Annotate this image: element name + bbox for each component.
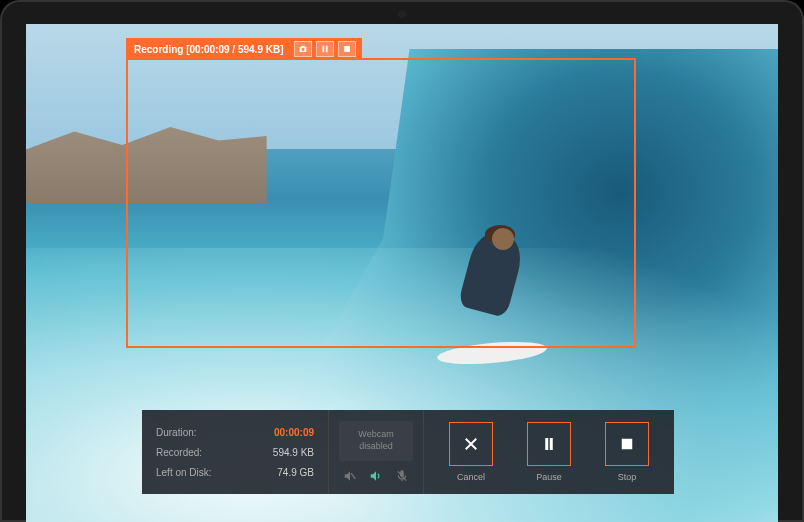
pause-label: Pause: [536, 472, 562, 482]
control-panel: Duration: 00:00:09 Recorded: 594.9 KB Le…: [142, 410, 674, 494]
svg-rect-0: [344, 46, 350, 52]
disk-value: 74.9 GB: [277, 467, 314, 478]
pause-icon: [320, 44, 330, 54]
svg-rect-3: [622, 439, 633, 450]
action-buttons: Cancel Pause Stop: [424, 410, 674, 494]
svg-line-1: [351, 473, 355, 479]
recorded-value: 594.9 KB: [273, 447, 314, 458]
cancel-button[interactable]: Cancel: [449, 422, 493, 482]
capture-region-frame[interactable]: Recording [00:00:09 / 594.9 KB]: [126, 58, 636, 348]
screen-content: Recording [00:00:09 / 594.9 KB] Duration…: [26, 24, 778, 522]
pause-button[interactable]: Pause: [527, 422, 571, 482]
screenshot-button[interactable]: [294, 41, 312, 57]
disk-label: Left on Disk:: [156, 467, 212, 478]
pause-mini-button[interactable]: [316, 41, 334, 57]
stats-section: Duration: 00:00:09 Recorded: 594.9 KB Le…: [142, 410, 328, 494]
duration-row: Duration: 00:00:09: [156, 427, 314, 438]
system-audio-muted-icon[interactable]: [343, 469, 357, 483]
stop-icon: [618, 435, 636, 453]
recorded-row: Recorded: 594.9 KB: [156, 447, 314, 458]
laptop-frame: Recording [00:00:09 / 594.9 KB] Duration…: [0, 0, 804, 522]
stop-mini-button[interactable]: [338, 41, 356, 57]
stop-label: Stop: [618, 472, 637, 482]
recording-status-bar: Recording [00:00:09 / 594.9 KB]: [126, 38, 362, 60]
close-icon: [462, 435, 480, 453]
webcam-dot: [398, 10, 406, 18]
webcam-status: Webcam disabled: [339, 421, 413, 460]
camera-icon: [298, 44, 308, 54]
mic-muted-icon[interactable]: [395, 469, 409, 483]
disk-row: Left on Disk: 74.9 GB: [156, 467, 314, 478]
stop-icon: [342, 44, 352, 54]
audio-controls: [343, 469, 409, 483]
cancel-label: Cancel: [457, 472, 485, 482]
speaker-icon[interactable]: [369, 469, 383, 483]
duration-label: Duration:: [156, 427, 197, 438]
duration-value: 00:00:09: [274, 427, 314, 438]
stop-button[interactable]: Stop: [605, 422, 649, 482]
pause-icon: [540, 435, 558, 453]
recording-status-text: Recording [00:00:09 / 594.9 KB]: [134, 44, 284, 55]
recorded-label: Recorded:: [156, 447, 202, 458]
webcam-section: Webcam disabled: [328, 410, 424, 494]
